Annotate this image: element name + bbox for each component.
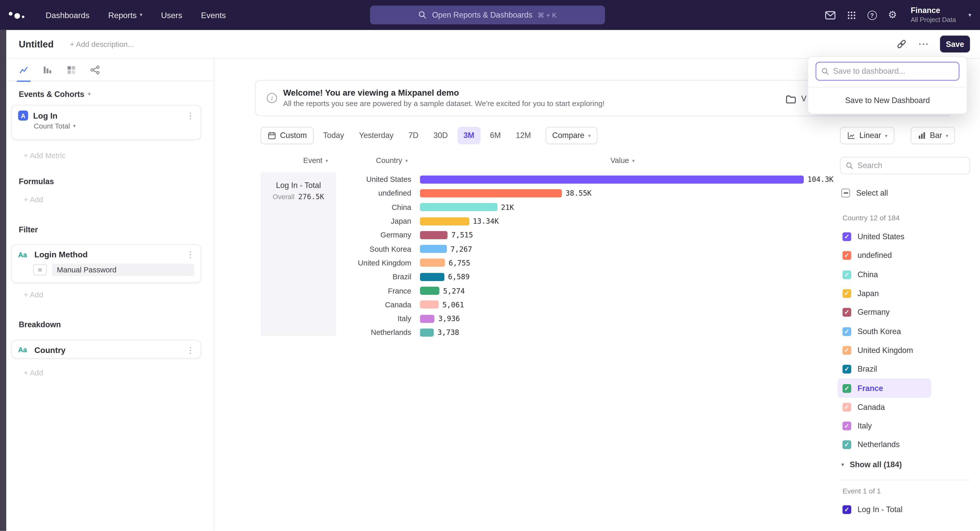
country-checkbox[interactable]: ✓ [842,232,851,241]
country-checkbox[interactable]: ✓ [842,422,851,430]
range-6m-button[interactable]: 6M [484,127,507,144]
range-12m-button[interactable]: 12M [510,127,537,144]
bar[interactable] [420,175,804,183]
country-filter-item[interactable]: ✓Italy [838,417,978,435]
country-checkbox[interactable]: ✓ [842,365,851,374]
help-icon[interactable]: ? [867,10,877,20]
range-yesterday-button[interactable]: Yesterday [353,127,399,144]
column-header-event[interactable]: Event▾ [303,156,328,165]
funnels-tab-icon[interactable] [43,59,52,81]
metric-event-name[interactable]: Log In [33,111,58,120]
share-mail-icon[interactable] [825,10,835,20]
save-button[interactable]: Save [940,36,970,52]
country-filter-item[interactable]: ✓United States [838,227,978,246]
retention-tab-icon[interactable] [66,59,76,81]
events-section-label[interactable]: Events & Cohorts▾ [19,90,90,99]
range-3m-button[interactable]: 3M [457,127,480,144]
filter-operator-select[interactable]: = [33,264,47,276]
aggregation-select[interactable]: Count Total▾ [34,122,200,135]
country-filter-item[interactable]: ✓Japan [838,284,978,303]
country-checkbox[interactable]: ✓ [842,289,851,298]
apps-grid-icon[interactable] [847,10,856,20]
add-description-placeholder[interactable]: + Add description... [70,40,134,48]
add-filter-button[interactable]: + Add [24,290,43,299]
range-30d-button[interactable]: 30D [428,127,453,144]
bar-track: 21K [420,203,514,211]
add-metric-button[interactable]: + Add Metric [24,151,65,160]
country-filter-item[interactable]: ✓China [838,265,978,284]
filter-property-name[interactable]: Login Method [35,250,88,259]
range-today-button[interactable]: Today [318,127,350,144]
dashboard-search[interactable] [816,62,959,80]
bar[interactable] [420,273,444,281]
nav-users[interactable]: Users [161,10,182,20]
bar[interactable] [420,328,434,337]
nav-events[interactable]: Events [201,10,226,20]
bar[interactable] [420,203,497,211]
event-checkbox[interactable]: ✓ [842,505,851,514]
country-filter-item[interactable]: ✓Netherlands [838,436,978,455]
column-header-country[interactable]: Country▾ [376,156,408,165]
project-switcher[interactable]: Finance All Project Data [911,6,956,24]
filter-value-select[interactable]: Manual Password [52,263,194,276]
country-checkbox[interactable]: ✓ [842,441,851,449]
bar[interactable] [420,231,448,239]
add-breakdown-button[interactable]: + Add [24,369,43,377]
country-checkbox[interactable]: ✓ [842,308,851,317]
kebab-menu-icon[interactable]: ⋮ [186,250,194,259]
select-all-row[interactable]: Select all [841,187,888,199]
range-7d-button[interactable]: 7D [403,127,424,144]
country-checkbox[interactable]: ✓ [842,327,851,336]
select-all-checkbox[interactable] [841,189,850,197]
banner-action-button[interactable]: V [786,89,807,108]
insights-tab-icon[interactable] [19,59,29,81]
save-to-new-dashboard-item[interactable]: Save to New Dashboard [808,87,967,114]
compare-button[interactable]: Compare▾ [546,127,597,144]
scale-select[interactable]: Linear▾ [840,127,894,144]
country-filter-item[interactable]: ✓France [838,379,931,398]
bar[interactable] [420,245,447,253]
country-filter-item[interactable]: ✓Germany [838,303,978,322]
settings-gear-icon[interactable]: ⚙ [888,10,897,20]
kebab-menu-icon[interactable]: ⋮ [186,111,194,120]
country-filter-item[interactable]: ✓undefined [838,246,978,265]
country-filter-item[interactable]: ✓Brazil [838,360,978,379]
bar[interactable] [420,287,439,295]
event-filter-item[interactable]: ✓ Log In - Total [842,504,902,516]
breakdown-property-name[interactable]: Country [35,345,65,355]
country-checkbox[interactable]: ✓ [842,384,851,393]
bar[interactable] [420,259,445,267]
dashboard-search-input[interactable] [833,67,954,76]
filter-card[interactable]: Aa Login Method ⋮ = Manual Password [11,244,201,283]
country-checkbox[interactable]: ✓ [842,403,851,411]
mixpanel-logo-icon[interactable] [9,11,24,18]
country-filter-item[interactable]: ✓United Kingdom [838,341,978,360]
country-checkbox[interactable]: ✓ [842,270,851,279]
show-all-button[interactable]: ▾ Show all (184) [841,458,902,471]
bar[interactable] [420,314,434,323]
more-options-icon[interactable]: ⋯ [918,39,929,49]
country-filter-item[interactable]: ✓Canada [838,398,978,417]
legend-search-input[interactable] [858,161,964,170]
bar[interactable] [420,217,469,225]
breakdown-card[interactable]: Aa Country ⋮ [11,340,201,358]
metric-card[interactable]: A Log In ⋮ Count Total▾ [11,105,201,140]
country-checkbox[interactable]: ✓ [842,346,851,355]
bar[interactable] [420,189,562,197]
nav-reports[interactable]: Reports▾ [108,10,142,20]
country-filter-item[interactable]: ✓South Korea [838,322,978,341]
bar[interactable] [420,301,439,309]
country-filter-label: China [858,270,878,279]
copy-link-icon[interactable] [896,39,907,49]
column-header-value[interactable]: Value▾ [611,156,635,165]
country-checkbox[interactable]: ✓ [842,252,851,260]
legend-search[interactable] [840,157,970,174]
chart-type-select[interactable]: Bar▾ [911,127,955,144]
custom-range-button[interactable]: Custom [261,127,313,144]
add-formula-button[interactable]: + Add [24,196,43,204]
nav-dashboards[interactable]: Dashboards [46,10,89,20]
kebab-menu-icon[interactable]: ⋮ [186,345,194,355]
report-title[interactable]: Untitled [19,39,54,49]
flows-tab-icon[interactable] [90,59,100,81]
global-search-button[interactable]: Open Reports & Dashboards ⌘ + K [370,6,605,24]
